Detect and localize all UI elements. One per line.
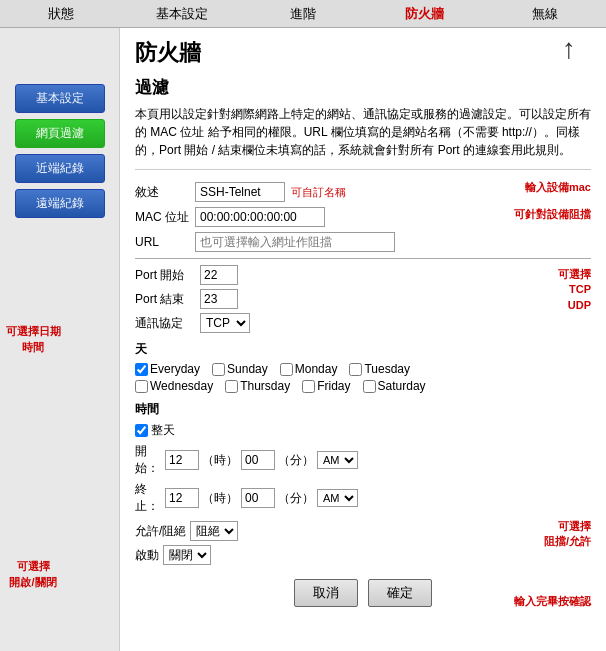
day-monday: Monday <box>280 362 338 376</box>
end-time-row: 終止： （時） （分） AM PM <box>135 481 591 515</box>
onoff-label: 可選擇開啟/關閉 <box>2 558 64 591</box>
start-label: 開始： <box>135 443 165 477</box>
day-wednesday: Wednesday <box>135 379 213 393</box>
url-input[interactable] <box>195 232 395 252</box>
day-everyday-label: Everyday <box>150 362 200 376</box>
url-row: URL <box>135 232 591 252</box>
day-saturday-label: Saturday <box>378 379 426 393</box>
top-navigation: 狀態 基本設定 進階 防火牆 無線 <box>0 0 606 28</box>
section-title: 過濾 <box>135 76 591 99</box>
allday-label: 整天 <box>151 422 175 439</box>
sidebar-item-remotelog[interactable]: 遠端紀錄 <box>15 189 105 218</box>
day-friday-checkbox[interactable] <box>302 380 315 393</box>
port-start-row: Port 開始 <box>135 265 591 285</box>
day-thursday-label: Thursday <box>240 379 290 393</box>
hour-unit-start: （時） <box>202 452 238 469</box>
action-label: 允許/阻絕 <box>135 523 186 540</box>
cancel-button[interactable]: 取消 <box>294 579 358 607</box>
day-thursday: Thursday <box>225 379 290 393</box>
day-tuesday: Tuesday <box>349 362 410 376</box>
date-time-label: 可選擇日期時間 <box>2 323 64 356</box>
day-saturday-checkbox[interactable] <box>363 380 376 393</box>
port-start-label: Port 開始 <box>135 267 200 284</box>
day-tuesday-checkbox[interactable] <box>349 363 362 376</box>
day-monday-label: Monday <box>295 362 338 376</box>
day-wednesday-label: Wednesday <box>150 379 213 393</box>
mac-input[interactable] <box>195 207 325 227</box>
nav-firewall[interactable]: 防火牆 <box>364 0 485 27</box>
time-title: 時間 <box>135 401 591 418</box>
action-row: 允許/阻絕 阻絕 允許 可選擇阻擋/允許 <box>135 521 591 541</box>
page-title: 防火牆 <box>135 38 591 68</box>
start-min-input[interactable] <box>241 450 275 470</box>
sidebar-item-basic[interactable]: 基本設定 <box>15 84 105 113</box>
min-unit-start: （分） <box>278 452 314 469</box>
allday-checkbox[interactable] <box>135 424 148 437</box>
port-start-input[interactable] <box>200 265 238 285</box>
nav-status[interactable]: 狀態 <box>0 0 121 27</box>
content-area: ↑ 防火牆 過濾 本頁用以設定針對網際網路上特定的網站、通訊協定或服務的過濾設定… <box>120 28 606 651</box>
end-hour-input[interactable] <box>165 488 199 508</box>
end-ampm-select[interactable]: AM PM <box>317 489 358 507</box>
start-time-row: 開始： （時） （分） AM PM <box>135 443 591 477</box>
day-everyday: Everyday <box>135 362 200 376</box>
enable-select[interactable]: 關閉 開啟 <box>163 545 211 565</box>
days-title: 天 <box>135 341 591 358</box>
day-friday: Friday <box>302 379 350 393</box>
day-friday-label: Friday <box>317 379 350 393</box>
port-end-row: Port 結束 可選擇TCPUDP <box>135 289 591 309</box>
nav-advanced[interactable]: 進階 <box>242 0 363 27</box>
button-area: 取消 確定 輸入完畢按確認 <box>135 573 591 607</box>
main-layout: 基本設定 網頁過濾 近端紀錄 遠端紀錄 可選擇日期時間 可選擇開啟/關閉 ↑ 防… <box>0 28 606 651</box>
nav-basic[interactable]: 基本設定 <box>121 0 242 27</box>
start-hour-input[interactable] <box>165 450 199 470</box>
allday-row: 整天 <box>135 422 591 439</box>
mac-label: MAC 位址 <box>135 209 195 226</box>
day-monday-checkbox[interactable] <box>280 363 293 376</box>
start-ampm-select[interactable]: AM PM <box>317 451 358 469</box>
enable-label: 啟動 <box>135 547 159 564</box>
day-sunday-checkbox[interactable] <box>212 363 225 376</box>
days-row-1: Everyday Sunday Monday Tuesday <box>135 362 591 376</box>
day-saturday: Saturday <box>363 379 426 393</box>
port-end-input[interactable] <box>200 289 238 309</box>
mac-block-note: 可針對設備阻擋 <box>514 207 591 222</box>
desc-note: 可自訂名稱 <box>291 185 346 200</box>
nav-wireless[interactable]: 無線 <box>485 0 606 27</box>
mac-row: MAC 位址 可針對設備阻擋 <box>135 207 591 227</box>
days-section: 天 Everyday Sunday Monday Tuesday <box>135 341 591 393</box>
end-min-input[interactable] <box>241 488 275 508</box>
time-section: 時間 整天 開始： （時） （分） AM PM 終止： （時） <box>135 401 591 515</box>
sidebar: 基本設定 網頁過濾 近端紀錄 遠端紀錄 可選擇日期時間 可選擇開啟/關閉 <box>0 28 120 651</box>
action-select[interactable]: 阻絕 允許 <box>190 521 238 541</box>
days-row-2: Wednesday Thursday Friday Saturday <box>135 379 591 393</box>
day-wednesday-checkbox[interactable] <box>135 380 148 393</box>
desc-input[interactable] <box>195 182 285 202</box>
proto-row: 通訊協定 TCP UDP <box>135 313 591 333</box>
desc-label: 敘述 <box>135 184 195 201</box>
port-end-label: Port 結束 <box>135 291 200 308</box>
proto-select[interactable]: TCP UDP <box>200 313 250 333</box>
day-thursday-checkbox[interactable] <box>225 380 238 393</box>
mac-input-note: 輸入設備mac <box>525 180 591 195</box>
sidebar-item-locallog[interactable]: 近端紀錄 <box>15 154 105 183</box>
desc-row: 敘述 可自訂名稱 輸入設備mac <box>135 182 591 202</box>
end-label: 終止： <box>135 481 165 515</box>
day-sunday-label: Sunday <box>227 362 268 376</box>
confirm-note: 輸入完畢按確認 <box>514 594 591 609</box>
enable-row: 啟動 關閉 開啟 <box>135 545 591 565</box>
day-sunday: Sunday <box>212 362 268 376</box>
proto-label: 通訊協定 <box>135 315 200 332</box>
day-tuesday-label: Tuesday <box>364 362 410 376</box>
description-text: 本頁用以設定針對網際網路上特定的網站、通訊協定或服務的過濾設定。可以設定所有的 … <box>135 105 591 170</box>
arrow-up-decoration: ↑ <box>562 33 576 65</box>
day-everyday-checkbox[interactable] <box>135 363 148 376</box>
divider1 <box>135 258 591 259</box>
url-label: URL <box>135 235 195 249</box>
sidebar-item-webfilter[interactable]: 網頁過濾 <box>15 119 105 148</box>
min-unit-end: （分） <box>278 490 314 507</box>
hour-unit-end: （時） <box>202 490 238 507</box>
confirm-button[interactable]: 確定 <box>368 579 432 607</box>
proto-note: 可選擇TCPUDP <box>558 267 591 313</box>
